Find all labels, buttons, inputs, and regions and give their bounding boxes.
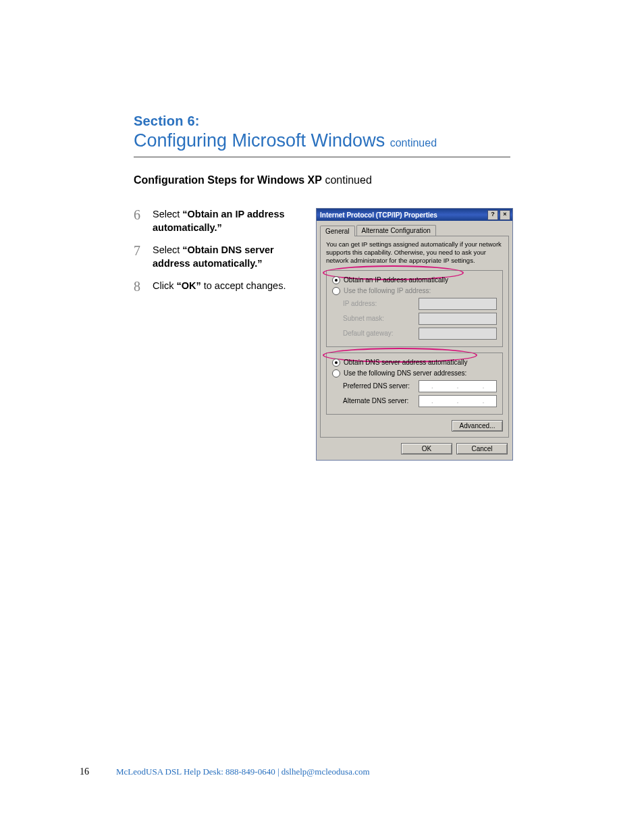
step-item: 6 Select “Obtain an IP address automatic… [134,208,302,234]
field-label: IP address: [343,300,413,307]
step-text: Click “OK” to accept changes. [153,280,302,293]
radio-dns-manual[interactable]: Use the following DNS server addresses: [332,369,497,377]
radio-dns-auto[interactable]: Obtain DNS server address automatically [332,359,497,367]
field-label: Subnet mask: [343,315,413,322]
dns-settings-group: Obtain DNS server address automatically … [326,353,503,415]
subheading-suffix: continued [325,174,371,186]
cancel-button[interactable]: Cancel [456,443,508,454]
field-label: Preferred DNS server: [343,382,413,390]
section-label: Section 6: [134,113,510,129]
dialog-titlebar[interactable]: Internet Protocol (TCP/IP) Properties ? … [317,209,512,221]
page-footer: 16 McLeodUSA DSL Help Desk: 888-849-0640… [80,766,370,777]
step-number: 7 [134,244,153,270]
field-label: Default gateway: [343,330,413,337]
radio-label: Obtain DNS server address automatically [344,359,467,366]
radio-icon [332,359,340,367]
step-number: 8 [134,280,153,293]
field-label: Alternate DNS server: [343,397,413,405]
preferred-dns-input[interactable]: ... [419,380,497,392]
radio-ip-auto[interactable]: Obtain an IP address automatically [332,276,497,284]
section-divider [134,157,510,157]
dialog-button-row: OK Cancel [319,443,510,454]
field-row: Preferred DNS server: ... [343,380,497,392]
advanced-row: Advanced... [326,420,503,432]
radio-label: Use the following DNS server addresses: [344,369,466,377]
field-row: Subnet mask: [343,313,497,325]
subheading: Configuration Steps for Windows XP conti… [134,174,372,186]
radio-ip-manual[interactable]: Use the following IP address: [332,287,497,295]
help-button[interactable]: ? [487,210,498,220]
page-number: 16 [80,766,89,777]
advanced-button[interactable]: Advanced... [452,420,503,432]
alternate-dns-input[interactable]: ... [419,395,497,407]
radio-icon [332,276,340,284]
step-item: 7 Select “Obtain DNS server address auto… [134,244,302,270]
radio-label: Use the following IP address: [344,287,431,294]
subnet-mask-input[interactable] [419,313,497,325]
ip-settings-group: Obtain an IP address automatically Use t… [326,270,503,347]
dialog-info-text: You can get IP settings assigned automat… [326,240,503,265]
ok-button[interactable]: OK [401,443,452,454]
radio-icon [332,287,340,295]
tab-general[interactable]: General [320,226,355,236]
field-row: IP address: [343,298,497,310]
dialog-title: Internet Protocol (TCP/IP) Properties [320,211,437,219]
field-row: Default gateway: [343,328,497,340]
steps-list: 6 Select “Obtain an IP address automatic… [134,208,302,303]
section-title: Configuring Microsoft Windows continued [134,130,510,151]
tab-alt-config[interactable]: Alternate Configuration [356,225,436,236]
default-gateway-input[interactable] [419,328,497,340]
section-title-text: Configuring Microsoft Windows [134,130,385,151]
radio-icon [332,369,340,377]
footer-text: McLeodUSA DSL Help Desk: 888-849-0640 | … [116,766,370,777]
step-number: 6 [134,208,153,234]
step-item: 8 Click “OK” to accept changes. [134,280,302,293]
section-header: Section 6: Configuring Microsoft Windows… [134,113,510,163]
field-row: Alternate DNS server: ... [343,395,497,407]
radio-label: Obtain an IP address automatically [344,276,448,284]
ip-address-input[interactable] [419,298,497,310]
step-text: Select “Obtain DNS server address automa… [153,244,302,270]
section-title-suffix: continued [390,137,437,149]
tcpip-properties-dialog: Internet Protocol (TCP/IP) Properties ? … [316,208,513,461]
step-text: Select “Obtain an IP address automatical… [153,208,302,234]
subheading-bold: Configuration Steps for Windows XP [134,174,322,186]
close-button[interactable]: × [500,210,510,220]
tab-panel-general: You can get IP settings assigned automat… [320,236,509,438]
tab-bar: General Alternate Configuration [320,225,509,236]
